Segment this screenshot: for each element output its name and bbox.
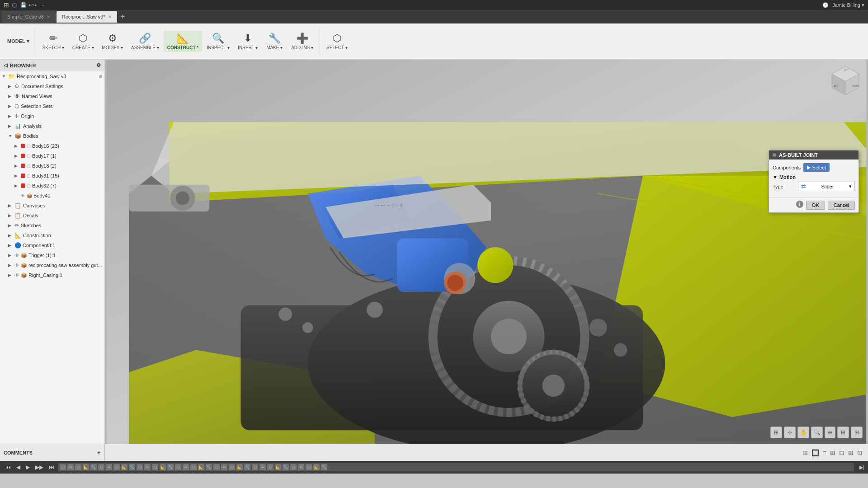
- tree-item-sketches[interactable]: ▶ ✏ Sketches: [0, 221, 104, 230]
- expand-rightcasing[interactable]: ▶: [8, 273, 14, 277]
- tree-item-decals[interactable]: ▶ 📋 Decals: [0, 211, 104, 221]
- expand-analysis[interactable]: ▶: [8, 124, 14, 128]
- tab-close-1[interactable]: ✕: [47, 14, 50, 19]
- status-icon-2[interactable]: 🔲: [811, 449, 819, 456]
- tree-item-canvases[interactable]: ▶ 📋 Canvases: [0, 201, 104, 211]
- expand-docsettings[interactable]: ▶: [8, 84, 14, 89]
- expand-body16[interactable]: ▶: [14, 144, 21, 148]
- root-gear-icon[interactable]: ⚙: [99, 74, 103, 79]
- expand-namedviews[interactable]: ▶: [8, 94, 14, 99]
- info-icon[interactable]: i: [796, 201, 803, 208]
- expand-canvases[interactable]: ▶: [8, 203, 14, 208]
- app-grid-icon[interactable]: ⊞: [4, 1, 9, 9]
- tree-item-namedviews[interactable]: ▶ 👁 Named Views: [0, 91, 104, 101]
- tab-reciprocating-saw[interactable]: Reciproc....Saw v3* ✕: [57, 11, 117, 23]
- expand-bodies[interactable]: ▼: [8, 134, 14, 138]
- save-icon[interactable]: 💾: [20, 2, 27, 8]
- toolbar-modify[interactable]: ⚙ MODIFY ▾: [99, 31, 127, 52]
- type-dropdown[interactable]: ⇄ Slider ▾: [798, 182, 855, 191]
- toolbar-inspect[interactable]: 🔍 INSPECT ▾: [203, 31, 233, 52]
- undo-icon[interactable]: ↩: [28, 2, 33, 8]
- anim-first-button[interactable]: ⏮: [4, 463, 13, 471]
- tree-item-origin[interactable]: ▶ ✛ Origin: [0, 111, 104, 121]
- toolbar-sketch[interactable]: ✏ SKETCH ▾: [39, 31, 68, 52]
- tab-add-button[interactable]: +: [118, 13, 127, 21]
- nav-more-btn[interactable]: ⊞: [851, 427, 863, 438]
- expand-origin[interactable]: ▶: [8, 114, 14, 118]
- select-button[interactable]: ▶ Select: [803, 163, 830, 172]
- anim-last-button[interactable]: ⏭: [47, 463, 56, 471]
- nav-zoom-btn[interactable]: 🔍: [811, 427, 823, 438]
- redo-icon[interactable]: ↪: [33, 2, 37, 8]
- titlebar: ⊞ ⬡ 💾 ↩ ↪ ··· 🕐 Jamie Billing ▾: [0, 0, 868, 10]
- anim-next-button[interactable]: ▶▶: [33, 463, 45, 471]
- nav-pan-btn[interactable]: ✋: [797, 427, 809, 438]
- create-label: CREATE ▾: [72, 45, 94, 50]
- expand-component3[interactable]: ▶: [8, 243, 14, 248]
- tree-item-body32[interactable]: ▶ ⬡ Body32 (7): [0, 181, 104, 191]
- tree-item-trigger[interactable]: ▶ 👁 📦 Trigger (1):1: [0, 250, 104, 260]
- nav-grid-btn[interactable]: ⊞: [837, 427, 849, 438]
- expand-construction[interactable]: ▶: [8, 233, 14, 238]
- nav-orbit-btn[interactable]: ⊕: [825, 427, 835, 438]
- nav-display-btn[interactable]: ⊞: [770, 427, 782, 438]
- nav-cursor-btn[interactable]: ⊹: [784, 427, 796, 438]
- tab-simple-cube[interactable]: Simple_Cube v3 ✕: [2, 11, 56, 23]
- toolbar-addins[interactable]: ➕ ADD-INS ▾: [288, 31, 317, 52]
- expand-body17[interactable]: ▶: [14, 154, 21, 158]
- expand-decals[interactable]: ▶: [8, 213, 14, 218]
- user-label[interactable]: Jamie Billing ▾: [832, 2, 864, 8]
- motion-section-title[interactable]: ▼ Motion: [773, 174, 855, 180]
- viewport[interactable]: ⊶ ⊷ ⊸ ⊹ ⊺ ⊻: [105, 60, 868, 444]
- expand-body18[interactable]: ▶: [14, 164, 21, 168]
- tree-item-body17[interactable]: ▶ ⬡ Body17 (1): [0, 151, 104, 161]
- expand-trigger[interactable]: ▶: [8, 253, 14, 258]
- expand-body32[interactable]: ▶: [14, 183, 21, 188]
- comments-add-icon[interactable]: +: [97, 449, 101, 456]
- tree-item-body40[interactable]: 👁 📦 Body40: [0, 191, 104, 201]
- tree-item-root[interactable]: ▼ 📁 Reciprocating_Saw v3 ⚙: [0, 71, 104, 81]
- tree-item-component3[interactable]: ▶ 🔵 Component3:1: [0, 240, 104, 250]
- tree-item-construction[interactable]: ▶ 📐 Construction: [0, 230, 104, 240]
- more-icon[interactable]: ···: [40, 2, 44, 8]
- viewcube[interactable]: TOP LEFT RIGHT: [827, 64, 863, 100]
- browser-settings-icon[interactable]: ⚙: [96, 62, 101, 68]
- expand-selectionsets[interactable]: ▶: [8, 104, 14, 108]
- tree-item-bodies[interactable]: ▼ 📦 Bodies: [0, 131, 104, 141]
- tree-item-body16[interactable]: ▶ ⬡ Body16 (23): [0, 141, 104, 151]
- browser-collapse-icon[interactable]: ◁: [4, 62, 7, 68]
- animation-timeline[interactable]: ⬡ ✏ ⬡ 📐 🔧 ⬡ ✏ ⬡ 📐 🔧 ⬡ ✏ ⬡ 📐 🔧 ⬡ ✏ ⬡ 📐 🔧 …: [58, 463, 854, 471]
- tree-item-analysis[interactable]: ▶ 📊 Analysis: [0, 121, 104, 131]
- status-icon-4[interactable]: ⊞: [830, 449, 835, 456]
- toolbar-construct[interactable]: 📐 CONSTRUCT *: [164, 31, 202, 52]
- expand-root[interactable]: ▼: [2, 74, 8, 79]
- status-icon-6[interactable]: ⊞: [848, 449, 854, 456]
- tab-close-2[interactable]: ✕: [108, 14, 112, 19]
- toolbar-create[interactable]: ⬡ CREATE ▾: [69, 31, 98, 52]
- tree-item-recip[interactable]: ▶ 👁 📦 reciprocating saw assembly gut...: [0, 260, 104, 270]
- toolbar-select[interactable]: ⬡ SELECT ▾: [323, 31, 351, 52]
- svg-point-22: [278, 308, 292, 321]
- anim-play-button[interactable]: ▶: [24, 463, 32, 471]
- tree-item-docsettings[interactable]: ▶ ⚙ Document Settings: [0, 81, 104, 91]
- expand-body31[interactable]: ▶: [14, 174, 21, 178]
- status-icon-7[interactable]: ⊡: [857, 449, 863, 456]
- tree-item-body31[interactable]: ▶ ⬡ Body31 (15): [0, 171, 104, 181]
- tree-item-rightcasing[interactable]: ▶ 👁 📦 Right_Casing:1: [0, 270, 104, 280]
- status-icon-5[interactable]: ⊟: [839, 449, 844, 456]
- expand-sketches[interactable]: ▶: [8, 223, 14, 228]
- toolbar-assemble[interactable]: 🔗 ASSEMBLE ▾: [127, 31, 163, 52]
- anim-end-icon[interactable]: ▶|: [859, 465, 864, 470]
- toolbar-make[interactable]: 🔧 MAKE ▾: [262, 31, 287, 52]
- status-icon-3[interactable]: ≡: [823, 449, 826, 456]
- expand-recip[interactable]: ▶: [8, 263, 14, 267]
- ok-button[interactable]: OK: [806, 201, 825, 210]
- cancel-button[interactable]: Cancel: [828, 201, 855, 210]
- toolbar-insert[interactable]: ⬇ INSERT ▾: [234, 31, 261, 52]
- anim-prev-button[interactable]: ◀: [14, 463, 22, 471]
- tree-item-body18[interactable]: ▶ ⬡ Body18 (2): [0, 161, 104, 171]
- anim-track-icon: 🔧: [90, 464, 97, 470]
- toolbar-model-mode[interactable]: MODEL ▾: [4, 37, 33, 46]
- tree-item-selectionsets[interactable]: ▶ ⬡ Selection Sets: [0, 101, 104, 111]
- status-icon-1[interactable]: ⊞: [802, 449, 808, 456]
